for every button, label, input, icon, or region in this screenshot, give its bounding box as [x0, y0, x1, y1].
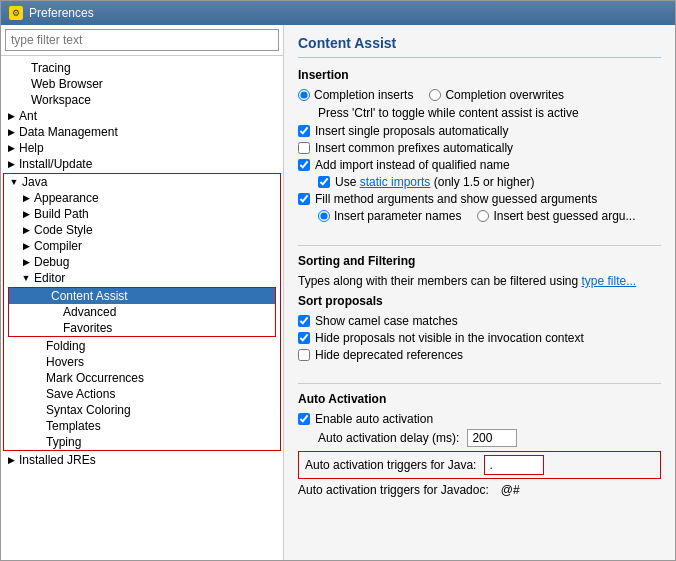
window-title: Preferences [29, 6, 94, 20]
divider1 [298, 245, 661, 246]
right-panel: Content Assist Insertion Completion inse… [284, 25, 675, 560]
triggers-javadoc-label: Auto activation triggers for Javadoc: [298, 483, 489, 497]
tree-item-installedjres[interactable]: ▶ Installed JREs [1, 452, 283, 468]
tree-item-webbrowser[interactable]: Web Browser [1, 76, 283, 92]
tree-item-templates[interactable]: Templates [4, 418, 280, 434]
expand-icon [17, 78, 29, 90]
sort-proposals-title: Sort proposals [298, 294, 661, 308]
triggers-javadoc-row: Auto activation triggers for Javadoc: @# [298, 483, 661, 497]
static-imports-link[interactable]: static imports [360, 175, 431, 189]
completion-overwrites-radio[interactable] [429, 89, 441, 101]
fill-method-item[interactable]: Fill method arguments and show guessed a… [298, 192, 661, 206]
hide-deprecated-item[interactable]: Hide deprecated references [298, 348, 661, 362]
tree-item-folding[interactable]: Folding [4, 338, 280, 354]
tree-item-syntaxcoloring[interactable]: Syntax Coloring [4, 402, 280, 418]
tree-item-compiler[interactable]: ▶ Compiler [4, 238, 280, 254]
delay-input[interactable] [467, 429, 517, 447]
tree-item-workspace[interactable]: Workspace [1, 92, 283, 108]
tree-label: Data Management [19, 125, 118, 139]
tree-label: Templates [46, 419, 101, 433]
show-camel-checkbox[interactable] [298, 315, 310, 327]
tree-item-java[interactable]: ▼ Java [4, 174, 280, 190]
best-guessed-option[interactable]: Insert best guessed argu... [477, 209, 635, 223]
panel-title: Content Assist [298, 35, 661, 58]
tree-item-saveactions[interactable]: Save Actions [4, 386, 280, 402]
best-guessed-radio[interactable] [477, 210, 489, 222]
completion-overwrites-option[interactable]: Completion overwrites [429, 88, 564, 102]
tree-item-help[interactable]: ▶ Help [1, 140, 283, 156]
tree-item-ant[interactable]: ▶ Ant [1, 108, 283, 124]
insertion-section: Insertion Completion inserts Completion … [298, 68, 661, 227]
window-icon: ⚙ [9, 6, 23, 20]
completion-inserts-label: Completion inserts [314, 88, 413, 102]
enable-auto-checkbox[interactable] [298, 413, 310, 425]
tree-item-contentassist[interactable]: Content Assist [9, 288, 275, 304]
tree-item-favorites[interactable]: Favorites [9, 320, 275, 336]
expand-icon [32, 340, 44, 352]
common-prefixes-checkbox[interactable] [298, 142, 310, 154]
tree-item-buildpath[interactable]: ▶ Build Path [4, 206, 280, 222]
tree-label: Editor [34, 271, 65, 285]
tree-item-codestyle[interactable]: ▶ Code Style [4, 222, 280, 238]
expand-icon [32, 404, 44, 416]
insertion-title: Insertion [298, 68, 661, 82]
enable-auto-item[interactable]: Enable auto activation [298, 412, 661, 426]
expand-icon [37, 290, 49, 302]
completion-mode-group: Completion inserts Completion overwrites [298, 88, 661, 102]
common-prefixes-item[interactable]: Insert common prefixes automatically [298, 141, 661, 155]
expand-icon: ▶ [5, 158, 17, 170]
tree-item-tracing[interactable]: Tracing [1, 60, 283, 76]
tree-item-editor[interactable]: ▼ Editor [4, 270, 280, 286]
tree-label: Mark Occurrences [46, 371, 144, 385]
add-import-checkbox[interactable] [298, 159, 310, 171]
expand-icon [32, 356, 44, 368]
delay-label: Auto activation delay (ms): [298, 431, 459, 445]
preferences-window: ⚙ Preferences Tracing Web Browser [0, 0, 676, 561]
hide-not-visible-checkbox[interactable] [298, 332, 310, 344]
add-import-item[interactable]: Add import instead of qualified name [298, 158, 661, 172]
tree-item-debug[interactable]: ▶ Debug [4, 254, 280, 270]
sorting-section: Sorting and Filtering Types along with t… [298, 254, 661, 365]
expand-icon [17, 94, 29, 106]
show-camel-item[interactable]: Show camel case matches [298, 314, 661, 328]
fill-method-checkbox[interactable] [298, 193, 310, 205]
tree-item-datamgmt[interactable]: ▶ Data Management [1, 124, 283, 140]
tree-item-markoccurrences[interactable]: Mark Occurrences [4, 370, 280, 386]
single-proposals-checkbox[interactable] [298, 125, 310, 137]
completion-inserts-radio[interactable] [298, 89, 310, 101]
insert-param-option[interactable]: Insert parameter names [318, 209, 461, 223]
tree-item-advanced[interactable]: Advanced [9, 304, 275, 320]
filter-input[interactable] [5, 29, 279, 51]
completion-inserts-option[interactable]: Completion inserts [298, 88, 413, 102]
expand-icon [17, 62, 29, 74]
tree-label: Install/Update [19, 157, 92, 171]
hide-not-visible-item[interactable]: Hide proposals not visible in the invoca… [298, 331, 661, 345]
tree-container[interactable]: Tracing Web Browser Workspace ▶ Ant ▶ Da… [1, 56, 283, 560]
expand-icon [49, 322, 61, 334]
ctrl-note-text: Press 'Ctrl' to toggle while content ass… [318, 106, 579, 120]
tree-item-typing[interactable]: Typing [4, 434, 280, 450]
expand-icon: ▶ [5, 454, 17, 466]
tree-item-hovers[interactable]: Hovers [4, 354, 280, 370]
type-filter-link[interactable]: type filte... [582, 274, 637, 288]
tree-label: Code Style [34, 223, 93, 237]
hide-deprecated-checkbox[interactable] [298, 349, 310, 361]
tree-item-installupdates[interactable]: ▶ Install/Update [1, 156, 283, 172]
content-assist-box: Content Assist Advanced Favorites [8, 287, 276, 337]
tree-item-appearance[interactable]: ▶ Appearance [4, 190, 280, 206]
tree-label: Build Path [34, 207, 89, 221]
tree-label: Ant [19, 109, 37, 123]
triggers-java-input[interactable] [484, 455, 544, 475]
tree-label: Hovers [46, 355, 84, 369]
single-proposals-item[interactable]: Insert single proposals automatically [298, 124, 661, 138]
static-imports-item[interactable]: Use static imports (only 1.5 or higher) [298, 175, 661, 189]
tree-label: Content Assist [51, 289, 128, 303]
tree-label: Debug [34, 255, 69, 269]
static-imports-checkbox[interactable] [318, 176, 330, 188]
insert-param-radio[interactable] [318, 210, 330, 222]
triggers-java-label: Auto activation triggers for Java: [305, 458, 476, 472]
sorting-title: Sorting and Filtering [298, 254, 661, 268]
expand-icon: ▶ [20, 240, 32, 252]
expand-icon: ▶ [5, 126, 17, 138]
tree-label: Typing [46, 435, 81, 449]
